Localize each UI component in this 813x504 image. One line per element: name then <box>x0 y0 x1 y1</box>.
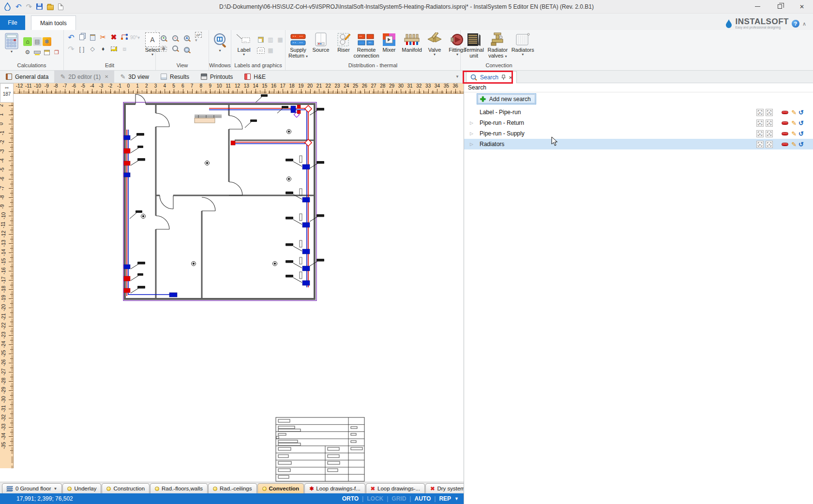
scale-icon[interactable] <box>111 46 117 51</box>
search-row-pipe-run-return[interactable]: ▷ Pipe-run - Return ▸ A ✎ ↺ <box>464 118 813 128</box>
remove-search-icon[interactable] <box>782 143 788 146</box>
options-gear-icon[interactable]: ⚙ <box>23 48 32 57</box>
toggle-grid[interactable]: GRID <box>391 495 406 502</box>
rotate-90-icon[interactable]: 90°▾ <box>130 35 140 40</box>
manifold-button[interactable]: Manifold <box>401 31 422 54</box>
rerun-search-icon[interactable]: ↺ <box>798 120 804 126</box>
edit-search-icon[interactable]: ✎ <box>791 131 797 137</box>
new-document-icon[interactable] <box>58 3 63 10</box>
edit-search-icon[interactable]: ✎ <box>791 109 797 116</box>
cut-icon[interactable]: ✂ <box>100 33 106 42</box>
expander-icon[interactable]: ▷ <box>470 120 473 125</box>
tab-list-dropdown-icon[interactable]: ▼ <box>455 74 459 79</box>
remote-connection-button[interactable]: Remote connection <box>356 31 377 59</box>
select-results-icon[interactable]: ▸ <box>756 119 764 127</box>
redo-icon[interactable]: ↷ <box>26 3 32 10</box>
select-results-icon[interactable]: ▸ <box>756 130 764 137</box>
note-edit-icon[interactable] <box>256 35 265 44</box>
expander-icon[interactable]: ▷ <box>470 131 473 136</box>
riser-button[interactable]: Riser <box>333 31 354 54</box>
restore-button[interactable] <box>768 0 791 13</box>
source-button[interactable]: Source <box>310 31 331 54</box>
paste-icon[interactable] <box>90 34 95 41</box>
save-icon[interactable] <box>36 3 43 10</box>
results-table-drawing[interactable] <box>276 417 364 481</box>
search-row-radiators[interactable]: ▷ Radiators ▸ A ✎ ↺ <box>464 139 813 149</box>
radiators-button[interactable]: Radiators ▾ <box>510 31 535 57</box>
supply-return-button[interactable]: Supply Return ▾ <box>287 31 309 59</box>
graphics-bars-icon[interactable]: ▥ <box>266 35 275 44</box>
open-icon[interactable] <box>47 5 54 10</box>
select-labels-icon[interactable]: A <box>766 141 773 148</box>
tab-main-tools[interactable]: Main tools <box>31 15 76 30</box>
layer-tab-underlay[interactable]: Underlay <box>62 483 101 493</box>
close-button[interactable]: ✕ <box>791 0 813 13</box>
a3-format-icon[interactable]: A3 <box>257 47 265 54</box>
remove-search-icon[interactable] <box>782 121 788 125</box>
help-icon[interactable]: ? <box>792 20 799 28</box>
zoom-in-icon[interactable]: + <box>161 34 166 41</box>
tab-file[interactable]: File <box>0 15 25 30</box>
building-gray-icon[interactable]: ▤ <box>33 37 42 46</box>
form-icon[interactable]: ▦ <box>276 35 285 44</box>
copy-icon[interactable] <box>79 34 84 40</box>
tables-edit-icon[interactable] <box>43 48 51 57</box>
search-row-label-pipe-run[interactable]: Label - Pipe-run ▸ A ✎ ↺ <box>464 107 813 118</box>
redo-gray-icon[interactable]: ↷ <box>68 44 74 54</box>
edit-nodes-icon[interactable] <box>120 33 128 42</box>
tab-he[interactable]: H&E <box>239 71 271 83</box>
pipe-diameters-icon[interactable] <box>33 48 42 57</box>
tab-printouts[interactable]: Printouts <box>195 71 239 83</box>
pin-icon[interactable] <box>501 74 506 80</box>
layer-tab-loop-drawings[interactable]: ✖Loop drawings-... <box>366 483 425 493</box>
undo-icon[interactable]: ↶ <box>15 3 22 10</box>
label-button[interactable]: ... Label ▾ <box>233 31 255 57</box>
delete-icon[interactable]: ✖ <box>111 33 117 42</box>
drawing-canvas-area[interactable]: -12-11-10-9-8-7-6-5-4-3-2-10123456789101… <box>0 83 464 482</box>
windows-button[interactable]: ▾ <box>211 31 229 53</box>
layer-tab-ground-floor[interactable]: 0 Ground floor ▼ <box>2 483 62 493</box>
edit-search-icon[interactable]: ✎ <box>791 120 797 126</box>
interior-walls[interactable] <box>156 104 315 299</box>
pipe-supply[interactable] <box>127 108 308 296</box>
close-tab-icon[interactable]: ✕ <box>105 74 108 79</box>
rerun-search-icon[interactable]: ↺ <box>798 109 804 116</box>
room-sensors[interactable] <box>141 130 291 266</box>
layer-tab-construction[interactable]: Construction <box>102 483 150 493</box>
toggle-orto[interactable]: ORTO <box>342 495 359 502</box>
mixer-button[interactable]: Mixer <box>378 31 400 54</box>
close-panel-icon[interactable]: ✕ <box>509 75 512 80</box>
group-pipes-icon[interactable]: ⧈ <box>122 45 126 52</box>
pipe-return[interactable] <box>128 110 307 295</box>
select-results-icon[interactable]: ▸ <box>756 109 764 116</box>
status-dropdown-icon[interactable]: ▼ <box>454 496 459 501</box>
table-icon[interactable]: ▦ <box>266 46 275 55</box>
pin-node-icon[interactable]: ♦ <box>102 45 105 52</box>
tab-results[interactable]: Results <box>155 71 195 83</box>
tab-3d-view[interactable]: ✎ 3D view <box>114 71 155 83</box>
tab-general-data[interactable]: General data <box>0 71 54 83</box>
building-structure-calc-icon[interactable]: ⌂ <box>23 37 32 46</box>
tab-search-panel[interactable]: Search ✕ <box>466 71 517 83</box>
chevron-down-icon[interactable]: ▼ <box>54 487 58 491</box>
collapse-ribbon-icon[interactable]: ∧ <box>802 21 806 27</box>
remove-search-icon[interactable] <box>782 132 788 135</box>
radiators-left[interactable] <box>124 135 177 297</box>
layer-tab-loop-drawings-f[interactable]: ✱Loop drawings-f... <box>304 483 365 493</box>
split-icon[interactable]: ◇ <box>90 45 94 52</box>
layer-tab-rad-floors-walls[interactable]: Rad.-floors,walls <box>150 483 208 493</box>
expander-icon[interactable]: ▷ <box>470 142 473 147</box>
rerun-search-icon[interactable]: ↺ <box>798 141 804 148</box>
valve-button[interactable]: Valve ▾ <box>424 31 445 57</box>
select-labels-icon[interactable]: A <box>766 109 773 116</box>
select-labels-icon[interactable]: A <box>766 119 773 127</box>
minimize-button[interactable] <box>746 0 768 13</box>
select-results-icon[interactable]: ▸ <box>756 141 764 148</box>
outer-walls[interactable] <box>125 104 315 299</box>
radiator-valves-button[interactable]: Radiator valves ▾ <box>486 31 509 59</box>
layer-tab-rad-ceilings[interactable]: Rad.-ceilings <box>208 483 256 493</box>
edit-search-icon[interactable]: ✎ <box>791 141 797 148</box>
heat-cool-calc-icon[interactable]: ❄ <box>43 37 51 46</box>
layer-tab-convection[interactable]: Convection <box>257 483 304 493</box>
terminal-unit-button[interactable]: Terminal unit <box>463 31 485 59</box>
